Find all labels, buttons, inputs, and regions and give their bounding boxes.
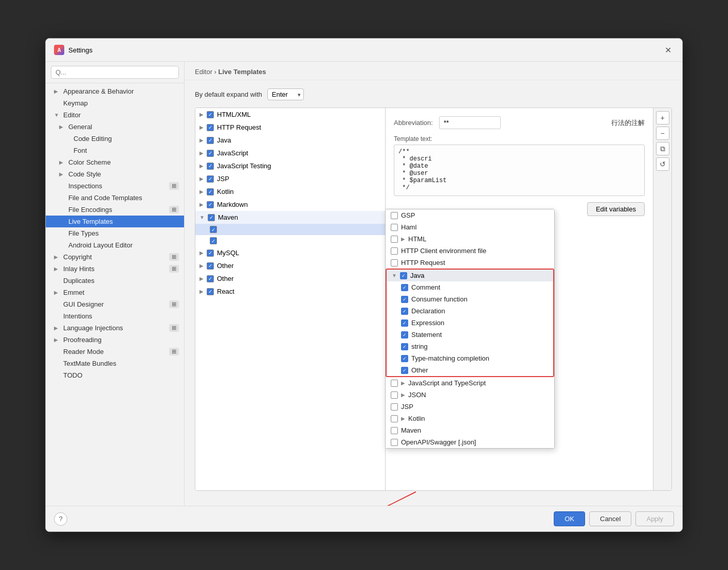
close-button[interactable]: ✕ <box>662 44 674 56</box>
sidebar-item-copyright[interactable]: ▶ Copyright ⊞ <box>46 251 184 263</box>
dropdown-item-comment[interactable]: Comment <box>387 281 553 293</box>
tpl-group-http-request[interactable]: ▶ HTTP Request <box>195 121 385 134</box>
group-checkbox[interactable] <box>208 214 215 221</box>
haml-checkbox[interactable] <box>391 224 398 231</box>
expand-select[interactable]: Enter Tab Space <box>267 88 304 100</box>
http-env-checkbox[interactable] <box>391 247 398 255</box>
sidebar-item-code-style[interactable]: ▶ Code Style <box>46 168 184 180</box>
dropdown-item-other[interactable]: Other <box>387 364 553 376</box>
sidebar-item-gui-designer[interactable]: GUI Designer ⊞ <box>46 298 184 310</box>
group-checkbox[interactable] <box>207 124 214 131</box>
dropdown-item-http-env[interactable]: HTTP Client environment file <box>386 245 554 257</box>
copy-button[interactable]: ⧉ <box>656 142 669 155</box>
sidebar-item-language-injections[interactable]: ▶ Language Injections ⊞ <box>46 322 184 334</box>
tpl-group-mysql[interactable]: ▶ MySQL <box>195 246 385 259</box>
dropdown-item-haml[interactable]: Haml <box>386 221 554 233</box>
html-checkbox[interactable] <box>391 236 398 243</box>
help-button[interactable]: ? <box>54 512 67 526</box>
search-input[interactable] <box>51 66 179 79</box>
group-checkbox[interactable] <box>207 188 214 195</box>
group-checkbox[interactable] <box>207 250 214 257</box>
sidebar-item-general[interactable]: ▶ General <box>46 121 184 133</box>
dropdown-item-maven-dd[interactable]: Maven <box>386 424 554 436</box>
type-matching-checkbox[interactable] <box>401 355 408 362</box>
sidebar-item-file-encodings[interactable]: File Encodings ⊞ <box>46 204 184 216</box>
group-checkbox[interactable] <box>207 150 214 157</box>
tpl-group-maven[interactable]: ▼ Maven <box>195 211 385 224</box>
dropdown-item-consumer-fn[interactable]: Consumer function <box>387 293 553 305</box>
dropdown-item-declaration[interactable]: Declaration <box>387 305 553 317</box>
dropdown-item-json[interactable]: ▶ JSON <box>386 389 554 401</box>
tpl-group-other2[interactable]: ▶ Other <box>195 272 385 285</box>
sidebar-item-emmet[interactable]: ▶ Emmet <box>46 287 184 298</box>
maven-dd-checkbox[interactable] <box>391 427 398 434</box>
dropdown-item-type-matching[interactable]: Type-matching completion <box>387 352 553 364</box>
reset-button[interactable]: ↺ <box>656 157 669 171</box>
sidebar-item-appearance[interactable]: ▶ Appearance & Behavior <box>46 85 184 97</box>
sidebar-item-inlay-hints[interactable]: ▶ Inlay Hints ⊞ <box>46 263 184 275</box>
string-checkbox[interactable] <box>401 343 408 350</box>
sidebar-item-live-templates[interactable]: Live Templates <box>46 216 184 227</box>
sidebar-item-todo[interactable]: TODO <box>46 369 184 381</box>
tpl-group-js-testing[interactable]: ▶ JavaScript Testing <box>195 159 385 172</box>
sidebar-item-code-editing[interactable]: Code Editing <box>46 133 184 145</box>
sidebar-item-file-code-templates[interactable]: File and Code Templates <box>46 192 184 204</box>
tpl-group-markdown[interactable]: ▶ Markdown <box>195 198 385 211</box>
remove-button[interactable]: − <box>656 127 669 140</box>
java-parent-checkbox[interactable] <box>400 272 407 279</box>
sidebar-item-proofreading[interactable]: ▶ Proofreading <box>46 334 184 346</box>
sidebar-item-textmate[interactable]: TextMate Bundles <box>46 358 184 369</box>
dropdown-item-openapi[interactable]: OpenAPI/Swagger [.json] <box>386 436 554 448</box>
tpl-group-javascript[interactable]: ▶ JavaScript <box>195 147 385 159</box>
json-checkbox[interactable] <box>391 391 398 399</box>
item-checkbox[interactable] <box>210 237 217 244</box>
jsp-dd-checkbox[interactable] <box>391 403 398 411</box>
declaration-checkbox[interactable] <box>401 308 408 315</box>
sidebar-item-android-layout[interactable]: Android Layout Editor <box>46 239 184 251</box>
tpl-item-mvn1[interactable] <box>195 224 385 235</box>
sidebar-item-inspections[interactable]: Inspections ⊞ <box>46 180 184 192</box>
dropdown-item-http-request[interactable]: HTTP Request <box>386 257 554 269</box>
add-button[interactable]: + <box>656 111 669 124</box>
cancel-button[interactable]: Cancel <box>589 511 631 526</box>
dropdown-item-string[interactable]: string <box>387 341 553 352</box>
sidebar-item-color-scheme[interactable]: ▶ Color Scheme <box>46 156 184 168</box>
dropdown-item-jsp-dd[interactable]: JSP <box>386 401 554 413</box>
group-checkbox[interactable] <box>207 275 214 282</box>
dropdown-item-expression[interactable]: Expression <box>387 317 553 329</box>
comment-checkbox[interactable] <box>401 284 408 291</box>
consumer-fn-checkbox[interactable] <box>401 296 408 303</box>
statement-checkbox[interactable] <box>401 331 408 339</box>
dropdown-item-js-ts[interactable]: ▶ JavaScript and TypeScript <box>386 377 554 389</box>
sidebar-item-keymap[interactable]: Keymap <box>46 97 184 109</box>
template-text-area[interactable]: /** * descri * @date * @user * $paramLis… <box>394 145 645 196</box>
tpl-group-html-xml[interactable]: ▶ HTML/XML <box>195 108 385 121</box>
tpl-group-kotlin[interactable]: ▶ Kotlin <box>195 185 385 198</box>
group-checkbox[interactable] <box>207 163 214 170</box>
dropdown-item-statement[interactable]: Statement <box>387 329 553 341</box>
group-checkbox[interactable] <box>207 111 214 118</box>
group-checkbox[interactable] <box>207 137 214 144</box>
java-parent-row[interactable]: ▼ Java <box>387 270 553 281</box>
group-checkbox[interactable] <box>207 201 214 208</box>
other-checkbox[interactable] <box>401 367 408 374</box>
edit-variables-button[interactable]: Edit variables <box>587 202 645 216</box>
sidebar-item-reader-mode[interactable]: Reader Mode ⊞ <box>46 346 184 358</box>
sidebar-item-editor[interactable]: ▼ Editor <box>46 109 184 121</box>
group-checkbox[interactable] <box>207 175 214 183</box>
expression-checkbox[interactable] <box>401 319 408 327</box>
item-checkbox[interactable] <box>210 226 217 233</box>
dropdown-item-kotlin-dd[interactable]: ▶ Kotlin <box>386 413 554 424</box>
tpl-item-mvn2[interactable] <box>195 235 385 246</box>
sidebar-item-intentions[interactable]: Intentions <box>46 310 184 322</box>
gsp-checkbox[interactable] <box>391 212 398 219</box>
tpl-group-react[interactable]: ▶ React <box>195 285 385 298</box>
tpl-group-other1[interactable]: ▶ Other <box>195 259 385 272</box>
abbreviation-input[interactable] <box>439 116 501 129</box>
tpl-group-java[interactable]: ▶ Java <box>195 134 385 147</box>
sidebar-item-duplicates[interactable]: Duplicates <box>46 275 184 287</box>
dropdown-item-gsp[interactable]: GSP <box>386 209 554 221</box>
dropdown-item-html[interactable]: ▶ HTML <box>386 233 554 245</box>
http-request-checkbox[interactable] <box>391 259 398 266</box>
sidebar-item-font[interactable]: Font <box>46 145 184 156</box>
